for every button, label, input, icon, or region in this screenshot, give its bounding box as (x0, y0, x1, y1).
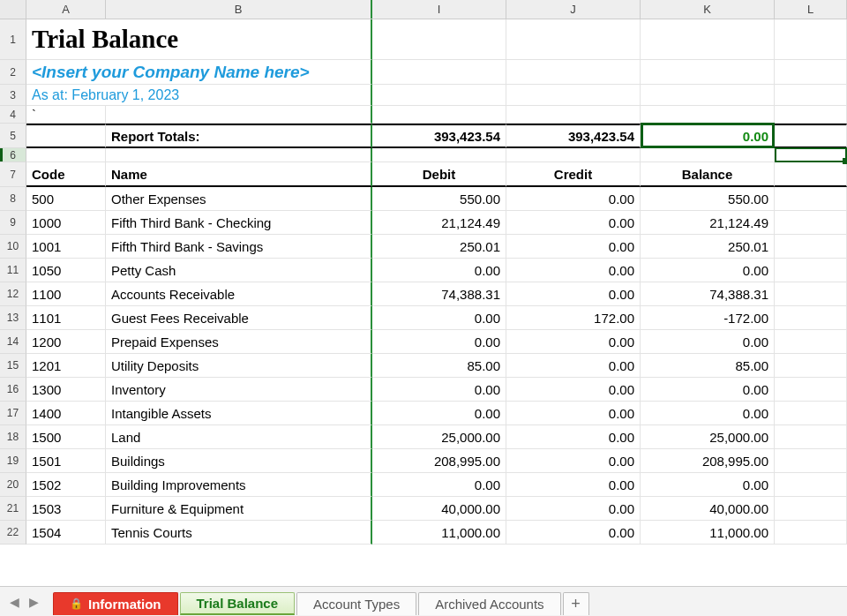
row-header-12[interactable]: 12 (0, 282, 26, 306)
cell-name[interactable]: Land (106, 425, 372, 449)
cell[interactable] (641, 19, 775, 60)
cell[interactable] (775, 148, 847, 162)
cell-code[interactable]: 1500 (26, 425, 106, 449)
cell-debit[interactable]: 40,000.00 (372, 497, 506, 521)
cell-debit[interactable]: 550.00 (372, 187, 506, 211)
cell[interactable] (775, 378, 847, 402)
cell[interactable] (775, 473, 847, 497)
cell-debit[interactable]: 250.01 (372, 235, 506, 259)
row-header-18[interactable]: 18 (0, 425, 26, 449)
cell-credit[interactable]: 0.00 (506, 235, 641, 259)
cell-code[interactable]: 1400 (26, 402, 106, 425)
cell-code[interactable]: 1050 (26, 259, 106, 282)
cell-name[interactable]: Guest Fees Receivable (106, 306, 372, 330)
row-header-16[interactable]: 16 (0, 378, 26, 402)
row-header-6[interactable]: 6 (0, 148, 26, 162)
cell[interactable] (372, 85, 506, 106)
cell-credit[interactable]: 0.00 (506, 497, 641, 521)
cell-code[interactable]: 1200 (26, 330, 106, 354)
row-header-7[interactable]: 7 (0, 162, 26, 187)
cell[interactable] (775, 235, 847, 259)
cell-debit[interactable]: 0.00 (372, 378, 506, 402)
col-header-I[interactable]: I (372, 0, 506, 19)
cell[interactable] (775, 425, 847, 449)
tab-add-sheet[interactable]: + (563, 592, 589, 615)
row-header-10[interactable]: 10 (0, 235, 26, 259)
row-header-2[interactable]: 2 (0, 60, 26, 85)
cell[interactable] (775, 282, 847, 306)
cell-name[interactable]: Other Expenses (106, 187, 372, 211)
cell-name[interactable]: Petty Cash (106, 259, 372, 282)
cell-credit[interactable]: 0.00 (506, 354, 641, 378)
cell-debit[interactable]: 21,124.49 (372, 211, 506, 235)
cell-balance[interactable]: -172.00 (641, 306, 775, 330)
cell-credit[interactable]: 0.00 (506, 425, 641, 449)
cell[interactable] (775, 521, 847, 545)
cell-debit[interactable]: 25,000.00 (372, 425, 506, 449)
row-header-1[interactable]: 1 (0, 19, 26, 60)
cell[interactable] (106, 106, 372, 124)
cell-credit[interactable]: 0.00 (506, 473, 641, 497)
cell-code[interactable]: 1100 (26, 282, 106, 306)
col-header-B[interactable]: B (106, 0, 372, 19)
cell-debit[interactable]: 0.00 (372, 306, 506, 330)
cell-credit[interactable]: 0.00 (506, 402, 641, 425)
cell-credit[interactable]: 0.00 (506, 330, 641, 354)
col-header-J[interactable]: J (506, 0, 641, 19)
cell[interactable] (775, 85, 847, 106)
cell-name[interactable]: Fifth Third Bank - Checking (106, 211, 372, 235)
cell-name[interactable]: Fifth Third Bank - Savings (106, 235, 372, 259)
cell-debit[interactable]: 74,388.31 (372, 282, 506, 306)
cell-name[interactable]: Accounts Receivable (106, 282, 372, 306)
row-header-14[interactable]: 14 (0, 330, 26, 354)
cell[interactable] (775, 354, 847, 378)
cell[interactable] (506, 106, 641, 124)
row-header-4[interactable]: 4 (0, 106, 26, 124)
row-header-20[interactable]: 20 (0, 473, 26, 497)
cell-balance[interactable]: 250.01 (641, 235, 775, 259)
cell-credit[interactable]: 0.00 (506, 282, 641, 306)
header-balance[interactable]: Balance (641, 162, 775, 187)
cell[interactable] (641, 85, 775, 106)
page-title[interactable]: Trial Balance (26, 19, 372, 60)
cell-code[interactable]: 1502 (26, 473, 106, 497)
cell[interactable] (775, 19, 847, 60)
cell-balance[interactable]: 0.00 (641, 330, 775, 354)
cell-code[interactable]: 1504 (26, 521, 106, 545)
col-header-L[interactable]: L (775, 0, 847, 19)
col-header-K[interactable]: K (641, 0, 775, 19)
cell-credit[interactable]: 0.00 (506, 259, 641, 282)
row-header-5[interactable]: 5 (0, 124, 26, 148)
as-at-date[interactable]: As at: February 1, 2023 (26, 85, 372, 106)
cell[interactable] (775, 211, 847, 235)
cell[interactable] (775, 124, 847, 148)
tab-nav-prev[interactable]: ◀ (5, 593, 23, 611)
cell[interactable] (372, 148, 506, 162)
cell-balance[interactable]: 0.00 (641, 378, 775, 402)
cell-debit[interactable]: 208,995.00 (372, 449, 506, 473)
cell[interactable] (775, 259, 847, 282)
row-header-11[interactable]: 11 (0, 259, 26, 282)
cell-code[interactable]: 500 (26, 187, 106, 211)
tab-archived-accounts[interactable]: Archived Accounts (418, 592, 560, 615)
cell[interactable] (372, 60, 506, 85)
cell-balance[interactable]: 0.00 (641, 259, 775, 282)
totals-credit[interactable]: 393,423.54 (506, 124, 641, 148)
cell[interactable] (372, 106, 506, 124)
row-header-17[interactable]: 17 (0, 402, 26, 425)
cell-code[interactable]: 1503 (26, 497, 106, 521)
cell-name[interactable]: Tennis Courts (106, 521, 372, 545)
cell-credit[interactable]: 172.00 (506, 306, 641, 330)
cell-credit[interactable]: 0.00 (506, 521, 641, 545)
cell-balance[interactable]: 21,124.49 (641, 211, 775, 235)
cell-a4[interactable]: ` (26, 106, 106, 124)
cell[interactable] (106, 148, 372, 162)
cell-name[interactable]: Inventory (106, 378, 372, 402)
tab-nav-next[interactable]: ▶ (25, 593, 42, 611)
cell-credit[interactable]: 0.00 (506, 378, 641, 402)
row-header-21[interactable]: 21 (0, 497, 26, 521)
cell-code[interactable]: 1001 (26, 235, 106, 259)
cell[interactable] (506, 19, 641, 60)
cell[interactable] (775, 106, 847, 124)
cell[interactable] (506, 60, 641, 85)
